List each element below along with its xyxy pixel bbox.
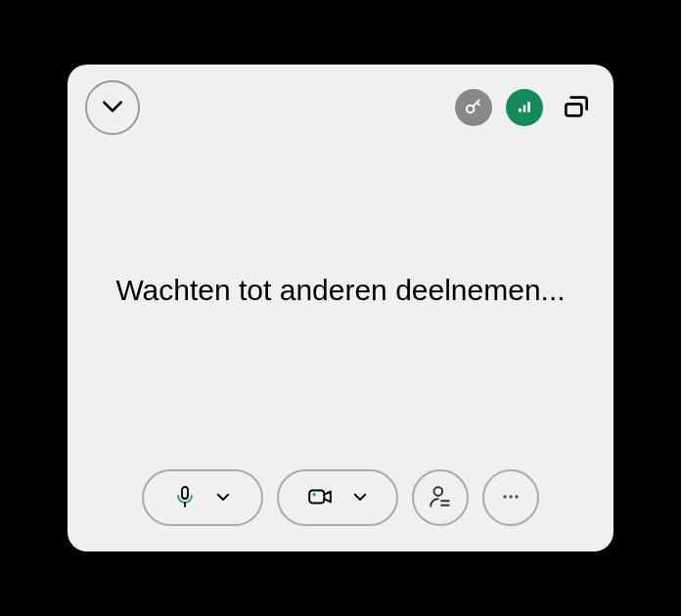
svg-rect-5	[527, 102, 530, 112]
camera-control[interactable]	[277, 469, 398, 526]
svg-point-11	[434, 487, 443, 496]
participants-button[interactable]	[412, 469, 469, 526]
svg-point-14	[503, 495, 507, 499]
camera-icon	[306, 484, 334, 512]
svg-line-2	[477, 102, 479, 105]
svg-point-10	[312, 493, 315, 496]
microphone-icon	[173, 484, 197, 512]
svg-point-16	[515, 495, 519, 499]
participants-icon	[428, 484, 453, 512]
status-message: Wachten tot anderen deelnemen...	[68, 111, 613, 469]
more-horizontal-icon	[499, 485, 522, 511]
microphone-control[interactable]	[142, 469, 263, 526]
svg-point-15	[509, 495, 513, 499]
meeting-window: Wachten tot anderen deelnemen...	[68, 65, 613, 551]
chevron-down-icon	[351, 488, 369, 508]
bottom-controls	[68, 469, 613, 551]
svg-rect-9	[309, 490, 324, 503]
more-options-button[interactable]	[482, 469, 539, 526]
svg-rect-7	[182, 487, 188, 499]
chevron-down-icon	[214, 488, 232, 508]
